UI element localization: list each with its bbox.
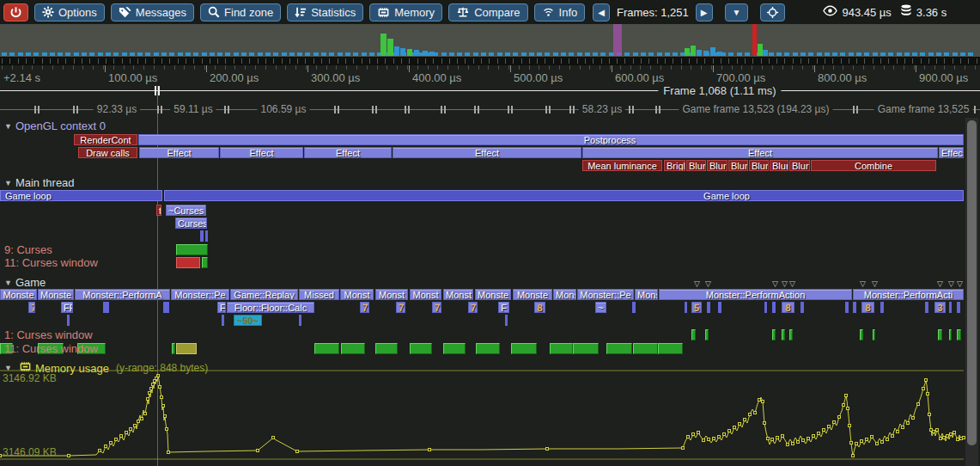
timeline-zone[interactable]: Effect [393, 147, 581, 158]
timeline-zone[interactable]: ti [156, 205, 161, 216]
timeline-zone[interactable]: Monst [410, 289, 441, 300]
timeline-zone[interactable]: Effect [139, 147, 219, 158]
frame-mark[interactable] [38, 106, 40, 113]
lock-bar[interactable] [782, 329, 785, 340]
lock-bar[interactable] [938, 329, 942, 340]
thread-header-main-thread[interactable]: ▼Main thread [4, 176, 75, 189]
timeline-zone[interactable]: Effect [304, 147, 392, 158]
lock-bar[interactable] [410, 343, 432, 354]
frame-mark[interactable] [334, 106, 336, 113]
timeline-zone[interactable]: Curses [175, 218, 207, 229]
timeline-zone[interactable]: 7 [396, 302, 405, 313]
frame-mark[interactable] [545, 106, 547, 113]
timeline-zone[interactable]: 8 [861, 302, 874, 313]
timeline-zone[interactable]: Postprocess [138, 134, 964, 145]
lock-bar[interactable] [176, 257, 200, 268]
find-zone-button[interactable]: Find zone [200, 3, 281, 21]
timeline-zone[interactable]: 5 [691, 302, 702, 313]
options-button[interactable]: Options [34, 3, 105, 21]
lock-bar[interactable] [511, 343, 537, 354]
timeline-zone[interactable]: 8 [534, 302, 545, 313]
timeline-zone[interactable]: Mons [553, 289, 576, 300]
timeline-zone[interactable]: Monst [443, 289, 473, 300]
frame-mark-label[interactable]: 106.59 µs [258, 103, 310, 115]
timeline-zone[interactable]: ~50~ [234, 315, 262, 326]
timeline-zone[interactable] [67, 315, 70, 326]
timeline-zone[interactable]: Monster::PerformActi [853, 289, 964, 300]
timeline-zone[interactable] [205, 230, 208, 242]
lock-bar[interactable] [873, 329, 875, 340]
timeline-zone[interactable]: Monster::Pe [171, 289, 229, 300]
timeline-zone[interactable] [222, 315, 224, 326]
lock-bar[interactable] [176, 244, 208, 255]
lock-bar[interactable] [606, 343, 632, 354]
frame-mark-label[interactable]: Game frame 13,525 [874, 103, 973, 115]
lock-bar[interactable] [176, 343, 197, 354]
timeline-zone[interactable]: Monste [513, 289, 552, 300]
timeline-zone[interactable]: Blur [770, 160, 788, 171]
lock-bar[interactable] [949, 329, 952, 340]
timeline-zone[interactable]: ~Curses [166, 205, 206, 216]
timeline-zone[interactable]: 7 [360, 302, 369, 313]
frame-mark[interactable] [375, 106, 377, 113]
timeline-zone[interactable]: F [217, 302, 226, 313]
timeline-zone[interactable]: Effect [220, 147, 303, 158]
frame-mark-label[interactable]: 92.33 µs [94, 103, 140, 115]
frame-mark[interactable] [224, 106, 226, 113]
frame-mark[interactable] [853, 106, 855, 113]
frame-mark[interactable] [569, 106, 571, 113]
lock-bar[interactable] [860, 329, 863, 340]
timeline-zone[interactable]: F [498, 302, 509, 313]
frame-mark[interactable] [478, 106, 479, 113]
timeline-zone[interactable]: Monste [475, 289, 511, 300]
lock-bar[interactable] [691, 329, 696, 340]
timeline-zone[interactable]: 8 [782, 302, 794, 313]
info-button[interactable]: Info [534, 3, 586, 21]
frame-mark[interactable] [629, 106, 630, 113]
timeline-zone[interactable] [845, 302, 849, 313]
frame-mark[interactable] [659, 106, 660, 113]
timeline-zone[interactable]: Blur [728, 160, 748, 171]
compare-button[interactable]: Compare [448, 3, 527, 21]
timeline-zone[interactable] [632, 302, 636, 313]
lock-bar[interactable] [341, 343, 365, 354]
frame-mark[interactable] [549, 106, 551, 113]
timeline-zone[interactable]: Draw calls [78, 147, 137, 158]
go-to-frame-button[interactable]: ▼ [725, 3, 749, 21]
timeline-zone[interactable]: FF [61, 302, 73, 313]
timeline-zone[interactable]: Monst [375, 289, 408, 300]
frame-mark[interactable] [405, 106, 406, 113]
timeline-zone[interactable]: Effect [582, 147, 938, 158]
frame-mark[interactable] [573, 106, 575, 113]
timeline-zone[interactable] [707, 302, 710, 313]
frame-timeline-strip[interactable] [0, 24, 980, 57]
timeline-zone[interactable]: 3 [934, 302, 946, 313]
timeline-zone[interactable]: Monster::PerformA [75, 289, 170, 300]
timeline-zone[interactable] [957, 302, 960, 313]
timeline-zone[interactable] [200, 230, 204, 242]
timeline-zone[interactable] [764, 302, 767, 313]
timeline-zone[interactable]: Mons [635, 289, 658, 300]
timeline-zone[interactable]: Blur [707, 160, 727, 171]
timeline-zone[interactable] [880, 302, 884, 313]
lock-bar[interactable] [202, 257, 208, 268]
marker-triangle-icon[interactable]: ▽ [937, 279, 943, 288]
lock-bar[interactable] [633, 343, 658, 354]
timeline-zone[interactable] [772, 302, 776, 313]
timeline-zone[interactable] [800, 302, 804, 313]
timeline-zone[interactable]: Monste [0, 289, 37, 300]
frame-mark[interactable] [511, 106, 513, 113]
lock-bar[interactable] [375, 343, 398, 354]
frame-ruler[interactable]: Frame 1,068 (1.11 ms) [0, 84, 980, 96]
current-frame-label[interactable]: Frame 1,068 (1.11 ms) [658, 84, 781, 97]
timeline-zone[interactable]: RenderCont [74, 134, 137, 145]
timeline-zone[interactable]: Monst [340, 289, 374, 300]
memory-button[interactable]: Memory [369, 3, 442, 21]
timeline-zone[interactable]: Combine [811, 160, 936, 171]
frame-mark-label[interactable]: 59.11 µs [170, 103, 216, 115]
timeline-zone[interactable]: Monster::Pe [577, 289, 634, 300]
timeline-zone[interactable] [718, 302, 721, 313]
lock-bar[interactable] [772, 329, 776, 340]
frame-mark[interactable] [73, 106, 75, 113]
marker-triangle-icon[interactable]: ▽ [948, 279, 954, 288]
